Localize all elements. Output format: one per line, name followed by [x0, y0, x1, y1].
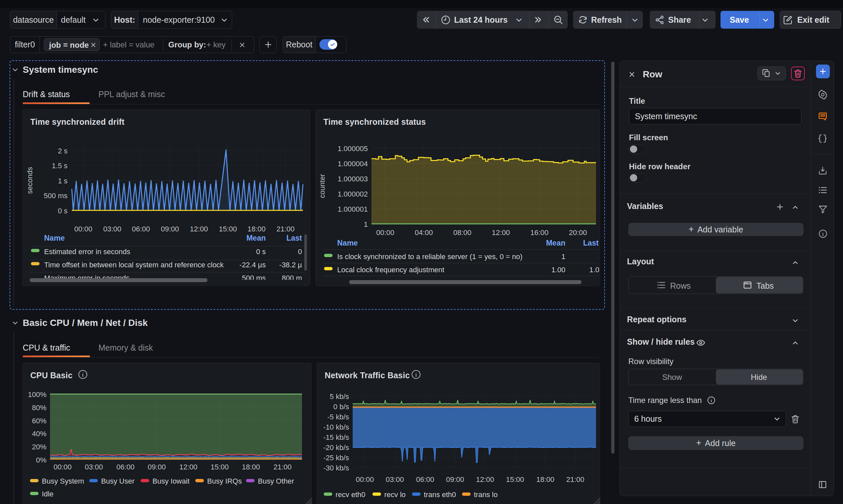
svg-text:Busy User: Busy User [101, 477, 134, 485]
svg-text:12:00: 12:00 [190, 225, 208, 233]
svg-text:00:00: 00:00 [356, 475, 374, 484]
svg-text:80%: 80% [32, 403, 47, 412]
svg-text:Idle: Idle [42, 490, 53, 498]
svg-text:1: 1 [561, 252, 566, 261]
svg-text:21:00: 21:00 [273, 463, 291, 471]
svg-text:Last: Last [583, 239, 599, 247]
svg-text:-5 kb/s: -5 kb/s [327, 413, 349, 421]
svg-text:1.5 s: 1.5 s [52, 162, 68, 170]
svg-text:12:00: 12:00 [179, 463, 197, 471]
svg-text:0 s: 0 s [256, 248, 266, 256]
svg-text:0: 0 [298, 248, 302, 256]
svg-text:-30 kb/s: -30 kb/s [323, 464, 349, 472]
svg-text:recv eth0: recv eth0 [336, 490, 365, 499]
svg-text:1.0: 1.0 [589, 266, 599, 274]
svg-text:Last: Last [286, 234, 302, 242]
svg-text:03:00: 03:00 [385, 475, 404, 484]
svg-text:trans eth0: trans eth0 [424, 490, 456, 499]
svg-text:1.000004: 1.000004 [338, 160, 368, 168]
svg-text:03:00: 03:00 [85, 463, 103, 471]
svg-text:Local clock frequency adjustme: Local clock frequency adjustment [337, 266, 444, 274]
svg-text:0%: 0% [36, 456, 47, 464]
svg-text:18:00: 18:00 [536, 475, 554, 484]
svg-text:00:00: 00:00 [74, 225, 92, 233]
svg-text:12:00: 12:00 [476, 475, 494, 484]
svg-text:20:00: 20:00 [569, 229, 587, 237]
svg-text:12:00: 12:00 [492, 229, 510, 237]
svg-text:Busy Other: Busy Other [258, 477, 294, 485]
svg-text:trans lo: trans lo [474, 490, 498, 499]
svg-text:Is clock synchronized to a rel: Is clock synchronized to a reliable serv… [337, 252, 522, 261]
svg-text:0 b/s: 0 b/s [333, 402, 349, 411]
svg-text:06:00: 06:00 [132, 225, 150, 233]
svg-text:00:00: 00:00 [376, 229, 394, 237]
svg-text:15:00: 15:00 [211, 463, 229, 471]
svg-text:1.000002: 1.000002 [338, 190, 368, 198]
svg-text:1.000001: 1.000001 [338, 205, 368, 213]
svg-text:16:00: 16:00 [530, 229, 548, 237]
svg-text:04:00: 04:00 [415, 229, 433, 237]
svg-text:-22.4 µs: -22.4 µs [239, 261, 266, 269]
svg-text:18:00: 18:00 [247, 225, 265, 233]
svg-text:Time offset in between local s: Time offset in between local system and … [44, 261, 224, 269]
svg-text:2 s: 2 s [58, 147, 68, 155]
svg-text:1.000005: 1.000005 [338, 145, 368, 153]
svg-text:seconds: seconds [26, 167, 34, 194]
svg-text:Name: Name [44, 234, 65, 242]
svg-text:100%: 100% [28, 391, 47, 399]
svg-text:06:00: 06:00 [116, 463, 134, 471]
svg-text:Busy Iowait: Busy Iowait [153, 477, 190, 485]
svg-text:15:00: 15:00 [219, 225, 237, 233]
svg-text:Mean: Mean [546, 239, 566, 247]
svg-text:-15 kb/s: -15 kb/s [323, 433, 349, 442]
svg-text:18:00: 18:00 [242, 463, 260, 471]
svg-text:15:00: 15:00 [506, 475, 524, 484]
svg-text:Name: Name [337, 239, 358, 247]
svg-text:09:00: 09:00 [161, 225, 179, 233]
svg-text:-25 kb/s: -25 kb/s [323, 454, 349, 462]
svg-text:21:00: 21:00 [566, 475, 584, 484]
svg-text:1: 1 [364, 220, 368, 229]
svg-text:1.000003: 1.000003 [338, 175, 368, 183]
svg-text:60%: 60% [32, 417, 47, 425]
svg-text:0 s: 0 s [58, 207, 68, 215]
svg-text:500 ms: 500 ms [44, 192, 68, 200]
svg-text:06:00: 06:00 [416, 475, 434, 484]
svg-text:Mean: Mean [246, 234, 266, 242]
svg-text:03:00: 03:00 [103, 225, 121, 233]
svg-text:counter: counter [318, 174, 326, 198]
svg-text:5 kb/s: 5 kb/s [330, 392, 349, 401]
svg-text:20%: 20% [32, 443, 47, 451]
svg-text:21:00: 21:00 [276, 225, 294, 233]
svg-text:Busy IRQs: Busy IRQs [207, 477, 242, 485]
svg-text:09:00: 09:00 [147, 463, 166, 471]
svg-text:1 s: 1 s [58, 177, 68, 185]
svg-text:1.00: 1.00 [551, 266, 566, 274]
svg-text:-20 kb/s: -20 kb/s [323, 444, 349, 452]
svg-text:00:00: 00:00 [53, 463, 71, 471]
svg-text:Estimated error in seconds: Estimated error in seconds [44, 248, 130, 256]
svg-text:40%: 40% [32, 430, 47, 438]
svg-text:Busy System: Busy System [42, 477, 84, 485]
svg-text:08:00: 08:00 [453, 229, 471, 237]
svg-text:-38.2 µ: -38.2 µ [279, 261, 302, 269]
svg-text:09:00: 09:00 [446, 475, 464, 484]
svg-text:recv lo: recv lo [384, 490, 406, 499]
svg-text:-10 kb/s: -10 kb/s [323, 423, 349, 431]
